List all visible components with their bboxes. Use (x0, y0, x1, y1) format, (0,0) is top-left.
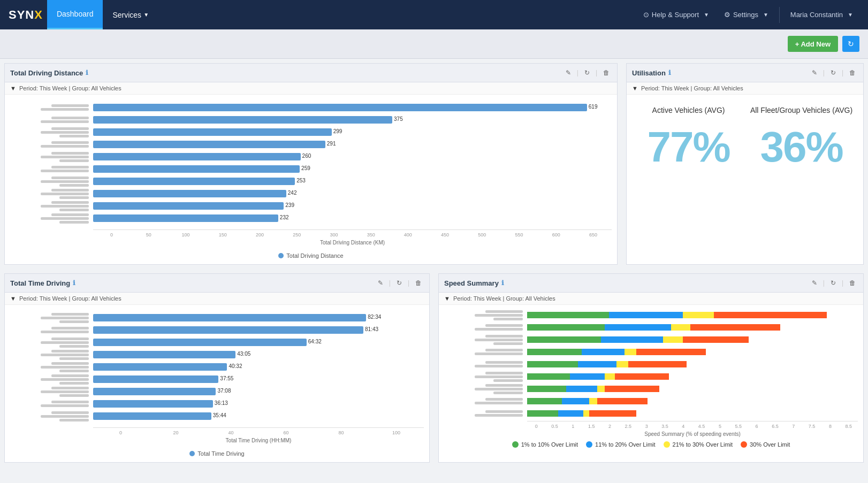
speed-legend-item: 21% to 30% Over Limit (664, 441, 733, 448)
speed-bar-row (444, 323, 858, 332)
speed-segment (605, 373, 614, 380)
speed-tick: 3 (637, 424, 656, 429)
widget-speed-summary: Speed Summary ℹ ✎ | ↻ | 🗑 ▼ Period: This… (438, 273, 864, 463)
ttd-refresh-button[interactable]: ↻ (394, 278, 404, 288)
speed-segment (527, 373, 570, 380)
util-filter-text: Period: This Week | Group: All Vehicles (641, 85, 743, 91)
util-refresh-button[interactable]: ↻ (828, 68, 838, 78)
speed-bar-row (444, 372, 858, 381)
util-edit-button[interactable]: ✎ (810, 68, 819, 78)
speed-legend-item: 11% to 20% Over Limit (586, 441, 656, 448)
speed-tick: 6.5 (766, 424, 784, 429)
tdd-bar-value: 232 (280, 214, 289, 220)
util-value2: 36% (748, 126, 855, 168)
ttd-legend-dot (189, 451, 195, 456)
widget-tdd-filter: ▼ Period: This Week | Group: All Vehicle… (5, 82, 617, 95)
ttd-axis-label: Total Time Driving (HH:MM) (93, 438, 424, 443)
speed-segment (683, 336, 749, 343)
services-chevron-icon: ▼ (143, 12, 149, 18)
speed-segment (527, 336, 601, 343)
ttd-bar-row: 64:32 (10, 338, 424, 347)
add-new-button[interactable]: + Add New (788, 36, 838, 52)
speed-delete-button[interactable]: 🗑 (847, 278, 858, 288)
user-menu-button[interactable]: Maria Constantin ▼ (784, 0, 859, 29)
ttd-filter-text: Period: This Week | Group: All Vehicles (19, 295, 121, 302)
speed-segment (625, 349, 636, 355)
tdd-bar-row: 253 (10, 177, 612, 186)
tdd-bar-row: 291 (10, 140, 612, 149)
util-delete-button[interactable]: 🗑 (847, 68, 858, 78)
widget-ttd-title-text: Total Time Driving (10, 279, 70, 287)
tdd-axis-label: Total Driving Distance (KM) (93, 240, 612, 246)
speed-filter-text: Period: This Week | Group: All Vehicles (453, 295, 555, 302)
widget-ttd-actions: ✎ | ↻ | 🗑 (376, 278, 424, 288)
speed-tick: 0 (527, 424, 545, 429)
speed-chart (444, 310, 858, 418)
tdd-refresh-button[interactable]: ↻ (582, 68, 592, 78)
speed-tick: 8.5 (840, 424, 858, 429)
speed-legend-dot (664, 441, 670, 448)
speed-segment (683, 312, 714, 318)
help-support-button[interactable]: ⊙ Help & Support ▼ (637, 0, 715, 29)
util-filter-icon: ▼ (632, 85, 638, 91)
ttd-sep2: | (408, 279, 409, 287)
ttd-edit-button[interactable]: ✎ (376, 278, 385, 288)
nav-services-label: Services (112, 11, 141, 19)
speed-tick: 1.5 (582, 424, 600, 429)
tdd-chart: 619375299291260259253242239232 (10, 100, 612, 228)
ttd-bar-row: 37:55 (10, 374, 424, 384)
widget-ttd-title: Total Time Driving ℹ (10, 279, 75, 287)
widget-util-header: Utilisation ℹ ✎ | ↻ | 🗑 (627, 64, 863, 82)
speed-segment (527, 312, 609, 318)
speed-legend: 1% to 10% Over Limit11% to 20% Over Limi… (444, 441, 858, 448)
refresh-button[interactable]: ↻ (842, 36, 859, 52)
tdd-bar-value: 253 (296, 178, 306, 183)
tdd-x-axis: 050100150200250300350400450500550600650 (93, 229, 612, 237)
speed-segment (589, 410, 636, 417)
tdd-tick: 150 (204, 232, 241, 237)
logo-x: X (34, 8, 43, 21)
toolbar: + Add New ↻ (0, 29, 868, 59)
ttd-bar-value: 82:34 (368, 314, 381, 320)
ttd-tick: 40 (203, 430, 258, 435)
tdd-delete-button[interactable]: 🗑 (601, 68, 612, 78)
util-sep2: | (842, 69, 843, 76)
speed-segment (527, 386, 566, 392)
help-icon: ⊙ (643, 11, 649, 19)
tdd-tick: 450 (427, 232, 463, 237)
widget-ttd-header: Total Time Driving ℹ ✎ | ↻ | 🗑 (5, 274, 429, 293)
speed-segment (615, 373, 669, 380)
nav-services[interactable]: Services ▼ (103, 0, 158, 29)
speed-tick: 6 (748, 424, 766, 429)
speed-segment (636, 349, 706, 355)
speed-refresh-button[interactable]: ↻ (828, 278, 838, 288)
speed-bar-row (444, 347, 858, 357)
speed-tick: 5.5 (729, 424, 748, 429)
widget-speed-filter: ▼ Period: This Week | Group: All Vehicle… (439, 293, 863, 305)
speed-bar-row (444, 384, 858, 394)
ttd-tick: 80 (314, 430, 369, 435)
tdd-bar-row: 259 (10, 164, 612, 174)
tdd-edit-button[interactable]: ✎ (564, 68, 573, 78)
widget-speed-body: 00.511.522.533.544.555.566.577.588.5 Spe… (439, 305, 863, 453)
speed-legend-item: 1% to 10% Over Limit (512, 441, 578, 448)
ttd-delete-button[interactable]: 🗑 (413, 278, 424, 288)
speed-segment (597, 386, 605, 392)
ttd-info-icon[interactable]: ℹ (73, 279, 75, 287)
tdd-tick: 500 (463, 232, 500, 237)
ttd-bar-row: 35:44 (10, 411, 424, 421)
tdd-bar-value: 619 (589, 104, 598, 110)
tdd-tick: 100 (167, 232, 204, 237)
tdd-tick: 50 (130, 232, 167, 237)
speed-segment (616, 361, 628, 367)
ttd-tick: 20 (148, 430, 203, 435)
speed-info-icon[interactable]: ℹ (501, 279, 504, 287)
nav-dashboard[interactable]: Dashboard (47, 0, 103, 29)
settings-button[interactable]: ⚙ Settings ▼ (718, 0, 775, 29)
tdd-info-icon[interactable]: ℹ (86, 69, 88, 76)
speed-edit-button[interactable]: ✎ (810, 278, 819, 288)
widget-tdd-body: 619375299291260259253242239232 050100150… (5, 95, 617, 264)
tdd-tick: 650 (575, 232, 612, 237)
util-info-icon[interactable]: ℹ (668, 69, 671, 76)
widget-utilisation: Utilisation ℹ ✎ | ↻ | 🗑 ▼ Period: This W… (626, 63, 864, 265)
